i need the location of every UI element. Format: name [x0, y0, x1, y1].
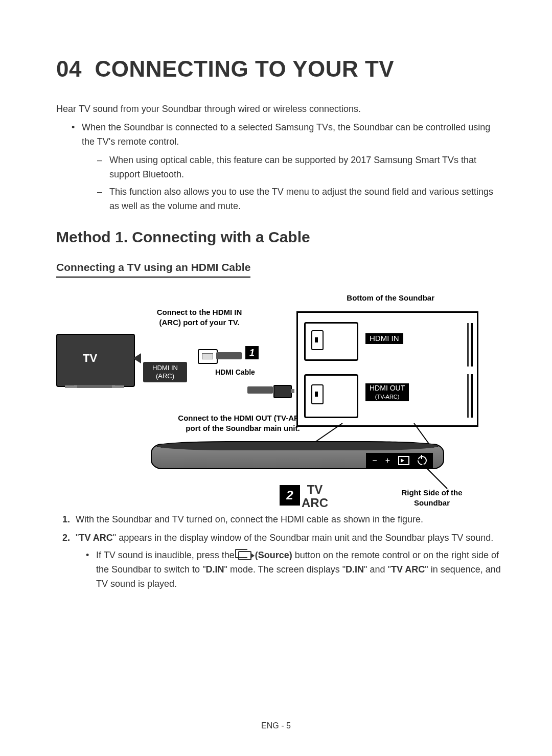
source-bold: (Source) [252, 550, 292, 560]
text: If TV sound is inaudible, press the [96, 550, 237, 560]
intro-text: Hear TV sound from your Soundbar through… [56, 102, 501, 116]
step-marker-2: 2 [280, 485, 300, 506]
steps-list: With the Soundbar and TV turned on, conn… [56, 513, 501, 591]
bullet-text: When the Soundbar is connected to a sele… [82, 122, 490, 147]
tv-arc-display: TV ARC [302, 483, 328, 509]
label-line: Connect to the HDMI OUT (TV-ARC) [178, 414, 307, 422]
tv-arc-bold: TV ARC [391, 564, 425, 575]
soundbar-connect-label: Connect to the HDMI OUT (TV-ARC) port of… [171, 413, 314, 433]
cable-segment [216, 352, 242, 359]
label-line: port of the Soundbar main unit. [186, 424, 300, 432]
label-line: HDMI OUT [370, 384, 405, 392]
panel-detail [467, 323, 469, 366]
subsection-heading: Connecting a TV using an HDMI Cable [56, 261, 250, 278]
source-icon [398, 456, 409, 465]
text: " mode. The screen displays " [224, 564, 346, 575]
label-line: Right Side of the [401, 488, 462, 497]
hdmi-in-label: HDMI IN [365, 333, 403, 344]
soundbar-bottom-label: Bottom of the Soundbar [347, 293, 434, 303]
list-item: If TV sound is inaudible, press the (Sou… [86, 548, 501, 591]
soundbar-top-edge [156, 441, 439, 450]
cable-segment [247, 386, 273, 394]
din-bold: D.IN [206, 564, 224, 575]
tv-label: TV [83, 352, 97, 365]
sub-bullet-list: If TV sound is inaudible, press the (Sou… [76, 548, 501, 591]
din-bold: D.IN [346, 564, 364, 575]
step-item: "TV ARC" appears in the display window o… [56, 531, 501, 591]
dash-sublist: When using optical cable, this feature c… [82, 153, 501, 214]
label-line: (ARC) [156, 372, 174, 380]
tv-port-label: HDMI IN (ARC) [143, 362, 187, 382]
step-item: With the Soundbar and TV turned on, conn… [56, 513, 501, 527]
tv-arc-bold: TV ARC [79, 533, 112, 543]
tv-connect-label: Connect to the HDMI IN (ARC) port of you… [143, 307, 256, 327]
label-line: HDMI IN [152, 364, 178, 372]
label-line: Soundbar [414, 498, 450, 507]
panel-detail [467, 374, 469, 418]
right-side-label: Right Side of the Soundbar [394, 488, 470, 508]
page-footer: ENG - 5 [0, 721, 552, 730]
arrow-icon [133, 353, 141, 363]
hdmi-port-icon [311, 330, 324, 350]
label-line: (ARC) port of your TV. [159, 318, 240, 327]
intro-bullet-list: When the Soundbar is connected to a sele… [56, 121, 501, 213]
svg-line-2 [417, 458, 447, 489]
label-line: (TV-ARC) [375, 394, 400, 400]
hdmi-plug-icon [273, 385, 292, 398]
source-icon [238, 551, 251, 560]
panel-detail [471, 374, 473, 418]
chapter-heading: 04 CONNECTING TO YOUR TV [56, 56, 501, 82]
label-line: ARC [302, 496, 328, 510]
label-line: Connect to the HDMI IN [157, 308, 242, 316]
minus-icon: − [372, 456, 377, 465]
list-item: This function also allows you to use the… [97, 185, 501, 214]
chapter-number: 04 [56, 56, 82, 81]
soundbar-bottom-panel: HDMI IN HDMI OUT (TV-ARC) [296, 311, 478, 427]
text: " and " [364, 564, 391, 575]
list-item: When using optical cable, this feature c… [97, 153, 501, 182]
text: " appears in the display window of the S… [113, 533, 494, 543]
label-line: TV [307, 483, 323, 496]
hdmi-plug-icon [198, 349, 218, 364]
tv-stand [74, 385, 115, 388]
hdmi-out-label: HDMI OUT (TV-ARC) [365, 383, 409, 401]
chapter-title: CONNECTING TO YOUR TV [95, 56, 394, 81]
method-heading: Method 1. Connecting with a Cable [56, 228, 501, 246]
panel-detail [471, 323, 473, 366]
list-item: When the Soundbar is connected to a sele… [72, 121, 501, 213]
hdmi-port-icon [311, 384, 324, 404]
hdmi-cable-label: HDMI Cable [204, 368, 266, 377]
connection-diagram: Bottom of the Soundbar Connect to the HD… [56, 293, 496, 508]
step-marker-1: 1 [245, 346, 259, 359]
plus-icon: + [385, 456, 390, 465]
